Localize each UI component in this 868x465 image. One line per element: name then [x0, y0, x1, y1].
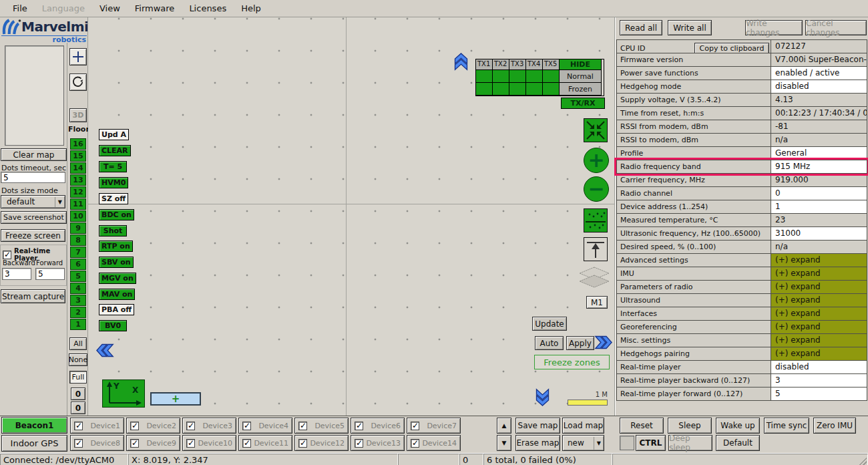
tx2-header[interactable]: TX2 [492, 59, 509, 70]
device-checkbox[interactable] [355, 422, 363, 430]
ctrl-checkbox[interactable] [620, 436, 634, 450]
expand-control[interactable]: (+) expand [771, 321, 867, 333]
table-row-power-save[interactable]: Power save functionsenabled / active [616, 66, 867, 80]
menu-firmware[interactable]: Firmware [128, 1, 182, 15]
device9-toggle[interactable]: Device9 [126, 435, 180, 451]
m1-button[interactable]: M1 [586, 296, 608, 309]
table-row-advanced-settings[interactable]: Advanced settings(+) expand [616, 253, 867, 267]
time-sync-button[interactable]: Time sync [764, 418, 809, 434]
device-checkbox[interactable] [74, 439, 83, 448]
expand-control[interactable]: (+) expand [771, 254, 867, 267]
device-checkbox[interactable] [130, 439, 139, 448]
zero-imu-button[interactable]: Zero IMU [813, 418, 856, 434]
read-all-button[interactable]: Read all [620, 20, 662, 35]
device8-toggle[interactable]: Device8 [70, 435, 124, 451]
frozen-button[interactable]: Frozen [559, 82, 602, 96]
reset-button[interactable]: Reset [620, 418, 664, 434]
table-row-desired-speed[interactable]: Desired speed, % (0..100)n/a [616, 240, 867, 254]
tx4-header[interactable]: TX4 [525, 59, 543, 70]
table-row-misc-settings[interactable]: Misc. settings(+) expand [616, 333, 867, 347]
floor-button-6[interactable]: 6 [70, 259, 86, 270]
floor-offset-bottom-button[interactable]: 0 [71, 402, 85, 414]
device14-toggle[interactable]: Device14 [407, 435, 461, 451]
expand-control[interactable]: (+) expand [771, 267, 867, 280]
scroll-right-icon[interactable] [594, 335, 612, 349]
table-row-realtime-player-backward[interactable]: Real-time player backward (0..127)3 [616, 373, 867, 388]
device7-toggle[interactable]: Device7 [407, 418, 461, 434]
indoor-gps-tab[interactable]: Indoor GPS [1, 435, 67, 452]
floor-button-5[interactable]: 5 [70, 271, 86, 282]
table-row-realtime-player-forward[interactable]: Real-time player forward (0..127)5 [616, 387, 867, 401]
write-all-button[interactable]: Write all [668, 20, 712, 35]
table-row-rssi-from-modem[interactable]: RSSI from modem, dBm-81 [616, 120, 867, 134]
table-row-ultrasound[interactable]: Ultrasound(+) expand [616, 293, 867, 307]
table-row-profile[interactable]: ProfileGeneral [616, 146, 867, 160]
table-row-radio-frequency-band[interactable]: Radio frequency band915 MHz [616, 160, 867, 174]
floor-button-1[interactable]: 1 [70, 319, 86, 330]
device-checkbox[interactable] [355, 439, 363, 448]
mav-on-button[interactable]: MAV on [99, 289, 135, 300]
menu-file[interactable]: File [5, 1, 35, 15]
submit-map-button[interactable] [584, 237, 608, 261]
device4-toggle[interactable]: Device4 [238, 418, 292, 434]
expand-control[interactable]: (+) expand [771, 281, 867, 293]
floor-button-10[interactable]: 10 [70, 210, 86, 222]
floors-none-button[interactable]: None [69, 353, 87, 366]
expand-control[interactable]: (+) expand [771, 307, 867, 320]
resize-grip[interactable] [858, 456, 867, 465]
expand-control[interactable]: (+) expand [771, 294, 867, 307]
default-button[interactable]: Default [716, 435, 760, 451]
tx-cell[interactable] [525, 69, 543, 83]
floor-button-14[interactable]: 14 [70, 162, 86, 174]
floor-button-4[interactable]: 4 [70, 283, 86, 294]
clear-map-button[interactable]: Clear map [1, 148, 67, 161]
hvm0-button[interactable]: HVM0 [99, 177, 128, 188]
sbv-on-button[interactable]: SBV on [99, 257, 134, 268]
tx-cell[interactable] [542, 82, 560, 96]
tx-cell[interactable] [509, 69, 526, 83]
row-value[interactable]: enabled / active [771, 67, 867, 80]
axes-origin-widget[interactable]: Y X [102, 379, 145, 408]
table-row-imu[interactable]: IMU(+) expand [616, 267, 867, 281]
floor-button-9[interactable]: 9 [70, 222, 86, 234]
floor-offset-top-button[interactable]: 0 [71, 388, 85, 400]
menu-licenses[interactable]: Licenses [182, 1, 234, 15]
sz-off-button[interactable]: SZ off [99, 193, 128, 204]
chevron-down-icon[interactable]: ▼ [594, 437, 604, 450]
save-map-button[interactable]: Save map [515, 418, 560, 434]
tx3-header[interactable]: TX3 [509, 59, 526, 70]
auto-button[interactable]: Auto [535, 336, 564, 350]
table-row-interfaces[interactable]: Interfaces(+) expand [616, 307, 867, 321]
table-row-measured-temperature[interactable]: Measured temperature, °C23 [616, 213, 867, 227]
floor-button-16[interactable]: 16 [70, 138, 86, 150]
mgv-on-button[interactable]: MGV on [99, 273, 136, 284]
menu-view[interactable]: View [92, 1, 128, 15]
t5-button[interactable]: T= 5 [99, 161, 127, 172]
shot-button[interactable]: Shot [99, 225, 127, 237]
menu-help[interactable]: Help [234, 1, 268, 15]
device-checkbox[interactable] [411, 439, 419, 448]
bdc-on-button[interactable]: BDC on [99, 209, 134, 220]
clear-button[interactable]: CLEAR [99, 145, 131, 156]
normal-button[interactable]: Normal [559, 69, 602, 83]
update-button[interactable]: Update [532, 317, 567, 331]
tx-cell[interactable] [525, 82, 543, 96]
table-row-supply-voltage[interactable]: Supply voltage, V (3.5..4.2)4.13 [616, 93, 867, 107]
txrx-button[interactable]: TX/RX [561, 98, 605, 109]
rtp-on-button[interactable]: RTP on [99, 241, 133, 252]
table-row-hedgehog-mode[interactable]: Hedgehog modedisabled [616, 80, 867, 94]
device5-toggle[interactable]: Device5 [294, 418, 349, 434]
chevron-down-icon[interactable]: ▼ [55, 197, 65, 207]
floor-button-12[interactable]: 12 [70, 186, 86, 198]
device-list-down-button[interactable]: ▼ [497, 435, 511, 451]
map-select-dropdown[interactable]: new ▼ [562, 435, 604, 451]
device-checkbox[interactable] [411, 422, 419, 430]
zoom-in-button[interactable]: + [584, 148, 609, 173]
row-value[interactable]: 31000 [771, 227, 867, 240]
row-value[interactable]: 915 MHz [771, 160, 867, 173]
device-checkbox[interactable] [130, 422, 139, 430]
device-checkbox[interactable] [186, 439, 195, 448]
scroll-up-icon[interactable] [454, 53, 468, 71]
floors-full-button[interactable]: Full [69, 371, 87, 383]
device12-toggle[interactable]: Device12 [294, 435, 349, 451]
